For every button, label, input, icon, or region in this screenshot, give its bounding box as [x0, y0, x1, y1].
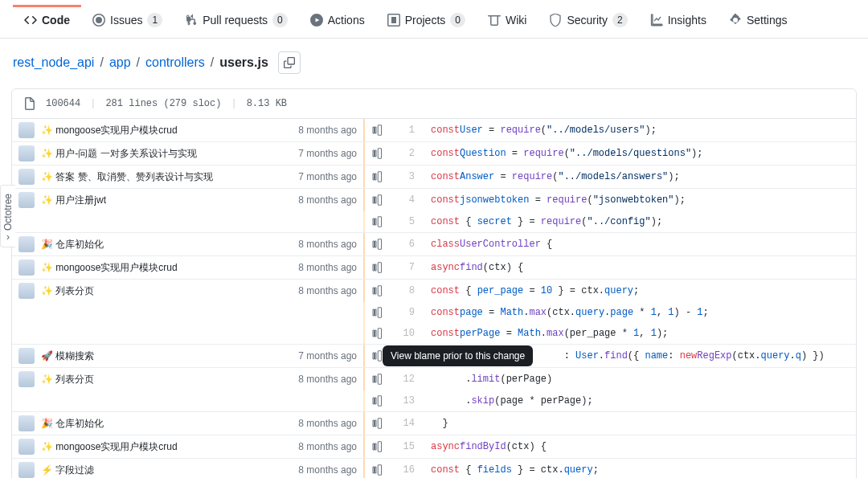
tab-projects[interactable]: Projects0 — [376, 4, 477, 34]
reblame-button[interactable] — [365, 459, 387, 478]
reblame-button[interactable] — [365, 323, 387, 344]
commit-message[interactable]: ⚡ 字段过滤 — [41, 464, 292, 477]
commit-cell — [12, 323, 363, 344]
commit-cell[interactable]: 🎉 仓库初始化8 months ago — [12, 233, 363, 255]
reblame-button[interactable] — [365, 435, 387, 458]
commit-cell[interactable]: ✨ 列表分页8 months ago — [12, 280, 363, 302]
copy-path-button[interactable] — [278, 51, 301, 74]
commit-cell[interactable]: ✨ mongoose实现用户模块crud8 months ago — [12, 256, 363, 279]
commit-cell[interactable]: 🎉 仓库初始化8 months ago — [12, 412, 363, 435]
avatar[interactable] — [18, 415, 35, 431]
reblame-button[interactable]: View blame prior to this change — [365, 345, 387, 367]
code-line: async findById(ctx) { — [423, 435, 856, 458]
commit-message[interactable]: ✨ 用户-问题 一对多关系设计与实现 — [41, 147, 292, 161]
commit-cell[interactable]: ✨ mongoose实现用户模块crud8 months ago — [12, 119, 363, 141]
commit-message[interactable]: ✨ 列表分页 — [41, 373, 292, 386]
tab-wiki[interactable]: Wiki — [477, 5, 538, 33]
commit-cell[interactable]: ✨ 列表分页8 months ago — [12, 368, 363, 390]
tab-code[interactable]: Code — [13, 5, 81, 33]
commit-message[interactable]: 🚀 模糊搜索 — [41, 349, 292, 363]
reblame-button[interactable] — [365, 368, 387, 390]
blame-row: ✨ mongoose实现用户模块crud8 months ago15 async… — [12, 435, 856, 458]
avatar[interactable] — [18, 236, 35, 252]
avatar[interactable] — [18, 371, 35, 387]
reblame-button[interactable] — [365, 256, 387, 279]
avatar[interactable] — [18, 439, 35, 455]
commit-cell[interactable]: ⚡ 字段过滤8 months ago — [12, 459, 363, 478]
commit-cell[interactable]: 🚀 模糊搜索7 months ago — [12, 345, 363, 367]
line-number[interactable]: 1 — [387, 119, 423, 141]
code-line: const perPage = Math.max(per_page * 1, 1… — [423, 323, 856, 344]
commit-time: 8 months ago — [298, 239, 357, 250]
breadcrumb-part-app[interactable]: app — [109, 55, 131, 70]
blame-row: ✨ 用户注册jwt8 months ago4const jsonwebtoken… — [12, 188, 856, 211]
commit-cell[interactable]: ✨ 用户注册jwt8 months ago — [12, 189, 363, 211]
breadcrumb-part-controllers[interactable]: controllers — [145, 55, 205, 70]
avatar[interactable] — [18, 122, 35, 138]
blame-row: 🎉 仓库初始化8 months ago6class UserController… — [12, 232, 856, 255]
avatar[interactable] — [18, 259, 35, 276]
commit-time: 8 months ago — [298, 418, 357, 429]
tab-icon — [650, 14, 663, 27]
reblame-button[interactable] — [365, 302, 387, 323]
line-number[interactable]: 5 — [387, 211, 423, 232]
reblame-button[interactable] — [365, 233, 387, 255]
avatar[interactable] — [18, 462, 35, 478]
commit-time: 8 months ago — [298, 262, 357, 273]
reblame-button[interactable] — [365, 412, 387, 435]
tab-icon — [310, 14, 323, 27]
reblame-button[interactable] — [365, 165, 387, 188]
commit-cell[interactable]: ✨ 用户-问题 一对多关系设计与实现7 months ago — [12, 142, 363, 165]
commit-message[interactable]: 🎉 仓库初始化 — [41, 417, 292, 431]
tab-icon — [24, 14, 37, 27]
commit-time: 8 months ago — [298, 374, 357, 385]
commit-message[interactable]: 🎉 仓库初始化 — [41, 238, 292, 251]
avatar[interactable] — [18, 283, 35, 299]
code-line: .skip(page * perPage); — [423, 390, 856, 411]
line-number[interactable]: 14 — [387, 412, 423, 435]
tab-icon — [729, 14, 742, 27]
tab-settings[interactable]: Settings — [718, 5, 799, 33]
reblame-button[interactable] — [365, 211, 387, 232]
line-number[interactable]: 12 — [387, 368, 423, 390]
tab-pull-requests[interactable]: Pull requests0 — [174, 4, 299, 34]
line-number[interactable]: 13 — [387, 390, 423, 411]
line-number[interactable]: 15 — [387, 435, 423, 458]
reblame-button[interactable] — [365, 142, 387, 165]
line-number[interactable]: 9 — [387, 302, 423, 323]
line-number[interactable]: 8 — [387, 280, 423, 302]
reblame-button[interactable] — [365, 280, 387, 302]
code-line: const Answer = require("../models/answer… — [423, 165, 856, 188]
commit-message[interactable]: ✨ mongoose实现用户模块crud — [41, 440, 292, 454]
commit-message[interactable]: ✨ 答案 赞、取消赞、赞列表设计与实现 — [41, 170, 292, 184]
commit-message[interactable]: ✨ mongoose实现用户模块crud — [41, 124, 292, 137]
commit-message[interactable]: ✨ 用户注册jwt — [41, 194, 292, 207]
line-number[interactable]: 7 — [387, 256, 423, 279]
line-number[interactable]: 6 — [387, 233, 423, 255]
avatar[interactable] — [18, 192, 35, 208]
commit-cell[interactable]: ✨ 答案 赞、取消赞、赞列表设计与实现7 months ago — [12, 165, 363, 188]
tab-security[interactable]: Security2 — [538, 4, 638, 34]
tab-actions[interactable]: Actions — [299, 5, 376, 33]
blame-row: 🚀 模糊搜索7 months agoView blame prior to th… — [12, 344, 856, 367]
reblame-button[interactable] — [365, 119, 387, 141]
line-number[interactable]: 4 — [387, 189, 423, 211]
avatar[interactable] — [18, 145, 35, 161]
reblame-button[interactable] — [365, 390, 387, 411]
commit-message[interactable]: ✨ mongoose实现用户模块crud — [41, 261, 292, 275]
avatar[interactable] — [18, 348, 35, 364]
reblame-button[interactable] — [365, 189, 387, 211]
tab-issues[interactable]: Issues1 — [81, 4, 174, 34]
line-number[interactable]: 3 — [387, 165, 423, 188]
avatar[interactable] — [18, 169, 35, 185]
line-number[interactable]: 10 — [387, 323, 423, 344]
commit-cell[interactable]: ✨ mongoose实现用户模块crud8 months ago — [12, 435, 363, 458]
breadcrumb-root[interactable]: rest_node_api — [13, 55, 94, 70]
count-badge: 0 — [450, 13, 465, 27]
tab-insights[interactable]: Insights — [639, 5, 718, 33]
line-number[interactable]: 16 — [387, 459, 423, 478]
blame-row: ✨ 列表分页8 months ago8 const { per_page = 1… — [12, 279, 856, 302]
commit-message[interactable]: ✨ 列表分页 — [41, 284, 292, 298]
octotree-toggle[interactable]: ›Octotree — [0, 185, 15, 247]
line-number[interactable]: 2 — [387, 142, 423, 165]
